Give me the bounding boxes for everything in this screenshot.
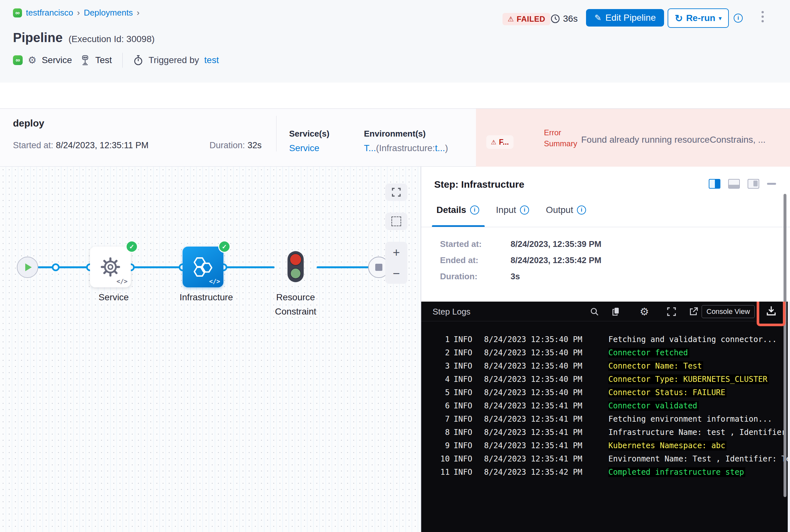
panel-scrollbar[interactable] bbox=[784, 194, 787, 497]
layout-vertical-split-button[interactable] bbox=[709, 179, 720, 189]
execution-id: (Execution Id: 30098) bbox=[68, 34, 154, 44]
failed-chip-text: F... bbox=[499, 138, 509, 147]
page-title: Pipeline bbox=[13, 31, 62, 45]
traffic-green-light bbox=[290, 268, 301, 279]
log-settings-gear-icon[interactable]: ⚙ bbox=[639, 306, 650, 317]
detail-label: Ended at: bbox=[440, 255, 511, 265]
top-header: ∞ testfrancisco › Deployments › Pipeline… bbox=[0, 0, 790, 82]
chevron-right-icon: › bbox=[136, 8, 140, 18]
step-details-list: Started at: 8/24/2023, 12:35:39 PM Ended… bbox=[440, 239, 601, 282]
rerun-label: Re-run bbox=[686, 13, 715, 23]
environment-link[interactable]: T... bbox=[364, 143, 376, 153]
log-fullscreen-icon[interactable] bbox=[666, 306, 677, 317]
log-line: 8INFO8/24/2023 12:35:41 PMInfrastructure… bbox=[421, 425, 788, 439]
layout-horizontal-split-button[interactable] bbox=[728, 179, 740, 189]
check-icon: ✓ bbox=[129, 243, 134, 250]
pipeline-edge bbox=[317, 266, 375, 268]
stage-summary-bar: deploy Started at: 8/24/2023, 12:35:11 P… bbox=[0, 109, 790, 167]
breadcrumb-deployments-link[interactable]: Deployments bbox=[84, 8, 133, 18]
pipeline-edge bbox=[34, 266, 90, 268]
panel-edge-strip bbox=[788, 302, 790, 532]
edit-pipeline-button[interactable]: ✎ Edit Pipeline bbox=[586, 9, 664, 26]
download-logs-highlight[interactable] bbox=[757, 302, 786, 326]
step-details-panel: Step: Infrastructure Details i Input i O… bbox=[421, 167, 790, 532]
graph-zoom-controls: + − bbox=[385, 242, 407, 284]
breadcrumb-project-link[interactable]: testfrancisco bbox=[26, 8, 73, 18]
step-logs-header: Step Logs ⚙ Console View bbox=[421, 302, 788, 321]
gear-icon bbox=[99, 256, 122, 278]
success-check-badge: ✓ bbox=[218, 241, 231, 253]
resource-constraint-node[interactable] bbox=[288, 251, 304, 282]
stop-icon bbox=[375, 264, 382, 271]
services-header: Service(s) bbox=[289, 129, 329, 139]
log-line: 9INFO8/24/2023 12:35:41 PMKubernetes Nam… bbox=[421, 439, 788, 452]
duration-label: Duration: bbox=[209, 140, 245, 151]
refresh-icon: ↻ bbox=[675, 13, 683, 24]
layout-floating-button[interactable] bbox=[748, 179, 759, 189]
info-icon[interactable]: i bbox=[520, 206, 529, 214]
stage-name: deploy bbox=[13, 118, 44, 129]
detail-value: 8/24/2023, 12:35:42 PM bbox=[511, 255, 601, 265]
environment-paren: ) bbox=[445, 143, 448, 153]
warning-icon: ⚠ bbox=[508, 15, 514, 23]
delegate-icon bbox=[80, 55, 90, 66]
caret-down-icon: ▾ bbox=[718, 15, 722, 22]
edge-port bbox=[52, 263, 59, 271]
trigger-user-link[interactable]: test bbox=[204, 55, 219, 65]
tab-output-label: Output bbox=[546, 205, 573, 215]
graph-select-area-button[interactable] bbox=[385, 213, 407, 230]
tab-details[interactable]: Details i bbox=[437, 205, 479, 215]
log-line: 4INFO8/24/2023 12:35:40 PMConnector Type… bbox=[421, 373, 788, 386]
detail-label: Started at: bbox=[440, 239, 511, 249]
pipeline-graph-canvas[interactable]: </> ✓ Service </> ✓ Infrastructure Resou… bbox=[0, 167, 421, 532]
resource-constraint-label-line2: Constraint bbox=[260, 306, 331, 317]
environments-header: Environment(s) bbox=[364, 129, 426, 139]
log-lines: 1INFO8/24/2023 12:35:40 PMFetching and v… bbox=[421, 332, 788, 479]
test-meta-label: Test bbox=[95, 55, 112, 65]
service-link[interactable]: Service bbox=[289, 143, 319, 153]
console-view-button[interactable]: Console View bbox=[702, 305, 755, 318]
divider bbox=[122, 53, 123, 68]
stopwatch-icon bbox=[133, 55, 143, 66]
gear-icon: ⚙ bbox=[28, 55, 37, 65]
zoom-in-button[interactable]: + bbox=[393, 246, 400, 259]
start-node[interactable] bbox=[17, 256, 38, 278]
pipeline-meta-row: ∞ ⚙ Service Test Triggered by test bbox=[13, 53, 219, 67]
more-options-menu[interactable] bbox=[761, 11, 764, 22]
rerun-button[interactable]: ↻ Re-run ▾ bbox=[668, 8, 729, 28]
info-icon[interactable]: i bbox=[734, 14, 743, 23]
harness-logo-icon: ∞ bbox=[13, 8, 22, 18]
clock-icon bbox=[550, 14, 560, 24]
breadcrumb: ∞ testfrancisco › Deployments › bbox=[13, 8, 140, 18]
failed-chip: ⚠ F... bbox=[486, 135, 514, 149]
chevron-right-icon: › bbox=[77, 8, 80, 18]
pipeline-edge bbox=[131, 266, 183, 268]
tab-output[interactable]: Output i bbox=[546, 205, 586, 215]
info-icon[interactable]: i bbox=[577, 206, 586, 214]
infrastructure-link[interactable]: t... bbox=[435, 143, 445, 153]
success-check-badge: ✓ bbox=[126, 241, 138, 253]
tab-input[interactable]: Input i bbox=[496, 205, 529, 215]
graph-fullscreen-button[interactable] bbox=[385, 184, 407, 201]
started-at-label: Started at: bbox=[13, 140, 53, 151]
error-summary-label-line2: Summary bbox=[544, 139, 577, 148]
status-text: FAILED bbox=[517, 15, 545, 24]
edit-pipeline-label: Edit Pipeline bbox=[605, 13, 656, 23]
code-tag-icon: </> bbox=[116, 278, 128, 285]
info-icon[interactable]: i bbox=[470, 206, 479, 214]
zoom-out-button[interactable]: − bbox=[393, 267, 400, 280]
infrastructure-step-node[interactable]: </> bbox=[183, 247, 223, 287]
copy-logs-icon[interactable] bbox=[610, 306, 621, 317]
environment-value[interactable]: T... (Infrastructure: t... ) bbox=[364, 143, 448, 153]
step-logs-title: Step Logs bbox=[433, 307, 471, 317]
elapsed-text: 36s bbox=[563, 14, 577, 24]
search-logs-icon[interactable] bbox=[589, 306, 600, 317]
environment-infra-label: (Infrastructure: bbox=[376, 143, 435, 153]
step-logs-panel: Step Logs ⚙ Console View bbox=[421, 302, 788, 532]
open-in-new-icon[interactable] bbox=[688, 306, 699, 317]
detail-row: Started at: 8/24/2023, 12:35:39 PM bbox=[440, 239, 601, 249]
service-step-node[interactable]: </> bbox=[90, 247, 131, 287]
minimize-panel-button[interactable] bbox=[767, 183, 776, 185]
error-summary-label-line1: Error bbox=[544, 128, 561, 137]
status-badge: ⚠ FAILED bbox=[502, 13, 550, 25]
